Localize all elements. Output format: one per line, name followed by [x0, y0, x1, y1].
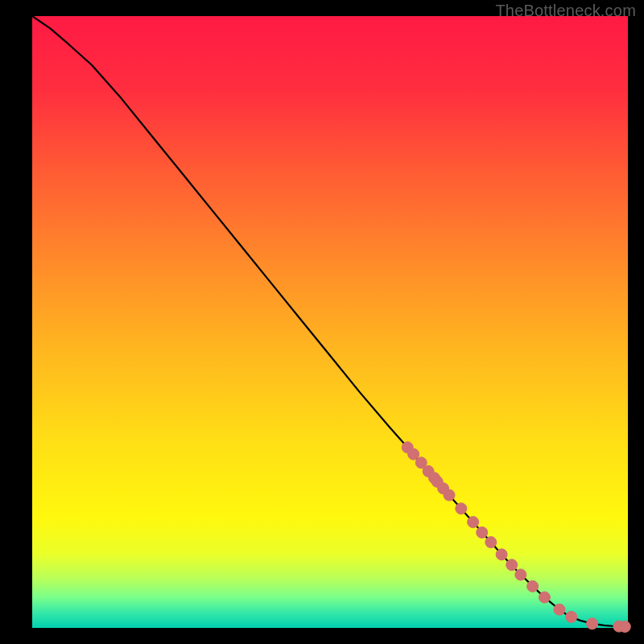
chart-frame: TheBottleneck.com	[0, 0, 644, 644]
data-marker	[539, 592, 550, 603]
data-marker	[456, 503, 467, 514]
chart-svg	[32, 16, 628, 628]
data-marker	[515, 569, 526, 580]
data-marker	[468, 517, 479, 528]
data-marker	[527, 580, 539, 592]
data-marker	[485, 537, 497, 548]
data-marker	[477, 526, 488, 538]
data-marker	[444, 489, 455, 501]
data-marker	[566, 611, 577, 622]
data-marker	[587, 618, 598, 630]
data-marker	[506, 559, 518, 571]
data-marker	[619, 621, 630, 632]
data-marker	[496, 549, 507, 560]
data-marker	[554, 604, 565, 615]
curve-line	[32, 16, 625, 626]
plot-area	[32, 16, 628, 628]
